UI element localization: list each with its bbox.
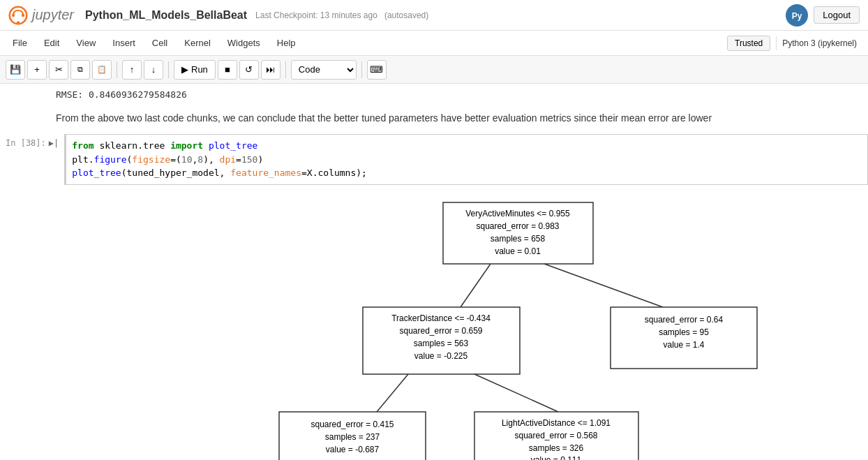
stop-icon: ■ [225,64,230,75]
add-cell-button[interactable]: + [27,60,47,80]
separator-1 [117,61,117,78]
paste-button[interactable]: 📋 [92,60,112,80]
down-arrow-icon: ↓ [151,64,156,75]
left-right-line4: value = 0.111 [531,455,582,461]
copy-button[interactable]: ⧉ [70,60,90,80]
notebook-title[interactable]: Python_ML_Models_BellaBeat [85,9,247,22]
code-area-38[interactable]: from sklearn.tree import plot_tree plt.f… [64,134,868,185]
trusted-button[interactable]: Trusted [727,36,770,51]
svg-line-11 [377,374,408,412]
decision-tree-svg: VeryActiveMinutes <= 0.955 squared_error… [56,199,865,457]
restart-icon: ↺ [245,64,253,75]
code-cell-38: In [38]: ▶| from sklearn.tree import plo… [0,134,868,185]
logout-button[interactable]: Logout [814,6,860,24]
keyboard-icon: ⌨ [370,64,383,75]
cut-icon: ✂ [55,64,63,75]
jupyter-brand-text: jupyter [32,7,74,23]
svg-point-2 [22,13,24,16]
left-right-line2: squared_error = 0.568 [514,431,597,440]
cell-in-label: In [38]: [6,138,46,148]
save-button[interactable]: 💾 [6,60,25,80]
separator-2 [168,61,169,78]
move-up-button[interactable]: ↑ [122,60,142,80]
root-node-line2: squared_error = 0.983 [476,221,559,231]
header: jupyter Python_ML_Models_BellaBeat Last … [0,0,868,31]
main-content: RMSE: 0.8460936279584826 From the above … [0,84,868,460]
left-right-line1: LightActiveDistance <= 1.091 [502,418,611,428]
cell-label-38: In [38]: ▶| [0,134,64,152]
header-right: Py Logout [786,4,860,27]
cell-type-select[interactable]: Code Markdown [291,60,357,80]
right-child-line3: value = 1.4 [663,340,704,350]
code-line-1: from sklearn.tree import plot_tree [72,139,862,153]
markdown-cell: From the above two last code chunks, we … [0,105,868,131]
keyboard-shortcuts-button[interactable]: ⌨ [367,60,387,80]
markdown-text: From the above two last code chunks, we … [56,111,857,126]
root-node-line4: value = 0.01 [495,246,541,256]
menu-view[interactable]: View [69,35,103,51]
menu-widgets[interactable]: Widgets [220,35,267,51]
tree-visualization-area: VeryActiveMinutes <= 0.955 squared_error… [0,188,868,459]
left-child-line4: value = -0.225 [414,351,468,361]
menu-cell[interactable]: Cell [145,35,174,51]
fast-forward-icon: ⏭ [266,64,275,75]
svg-line-8 [544,264,663,307]
code-line-2: plt.figure(figsize=(10,8), dpi=150) [72,153,862,167]
checkpoint-text: Last Checkpoint: 13 minutes ago (autosav… [255,10,428,20]
left-right-line3: samples = 326 [529,443,584,453]
svg-line-12 [474,374,558,412]
jupyter-logo: jupyter [8,6,74,25]
menubar-right: Trusted Python 3 (ipykernel) [727,36,862,51]
restart-run-button[interactable]: ⏭ [261,60,280,80]
paste-icon: 📋 [97,65,107,74]
left-left-line2: samples = 237 [325,432,380,442]
left-left-line1: squared_error = 0.415 [310,420,394,429]
run-label: Run [191,64,208,75]
cut-button[interactable]: ✂ [49,60,68,80]
left-child-line1: TrackerDistance <= -0.434 [391,313,491,323]
right-child-line1: squared_error = 0.64 [645,315,724,325]
svg-point-3 [17,21,20,24]
left-child-line2: squared_error = 0.659 [399,326,482,336]
kernel-indicator: Python 3 (ipykernel) [776,36,862,50]
root-node-line1: VeryActiveMinutes <= 0.955 [465,209,570,218]
jupyter-logo-icon [8,6,28,25]
run-icon: ▶ [181,64,188,75]
python-icon: Py [786,4,808,27]
separator-3 [285,61,286,78]
save-icon: 💾 [10,64,21,75]
python-logo-icon: Py [788,7,805,24]
right-child-line2: samples = 95 [659,327,709,337]
svg-line-7 [461,264,491,307]
left-left-line3: value = -0.687 [326,445,380,454]
cell-run-indicator: ▶| [49,138,59,148]
menu-kernel[interactable]: Kernel [177,35,218,51]
code-line-3: plot_tree(tuned_hyper_model, feature_nam… [72,166,862,180]
menu-help[interactable]: Help [270,35,303,51]
menu-file[interactable]: File [6,35,34,51]
svg-point-1 [12,13,15,16]
rmse-output: RMSE: 0.8460936279584826 [0,84,868,105]
menubar: File Edit View Insert Cell Kernel Widget… [0,31,868,56]
separator-4 [361,61,362,78]
root-node-line3: samples = 658 [491,234,546,244]
up-arrow-icon: ↑ [130,64,135,75]
menu-insert[interactable]: Insert [105,35,142,51]
left-child-line3: samples = 563 [414,339,469,348]
menu-edit[interactable]: Edit [37,35,66,51]
toolbar: 💾 + ✂ ⧉ 📋 ↑ ↓ ▶ Run ■ ↺ ⏭ Code Markdown … [0,56,868,84]
add-icon: + [34,64,40,75]
move-down-button[interactable]: ↓ [144,60,163,80]
copy-icon: ⧉ [77,65,83,74]
svg-text:Py: Py [792,11,802,21]
restart-button[interactable]: ↺ [239,60,259,80]
run-button[interactable]: ▶ Run [174,60,216,80]
stop-button[interactable]: ■ [218,60,237,80]
